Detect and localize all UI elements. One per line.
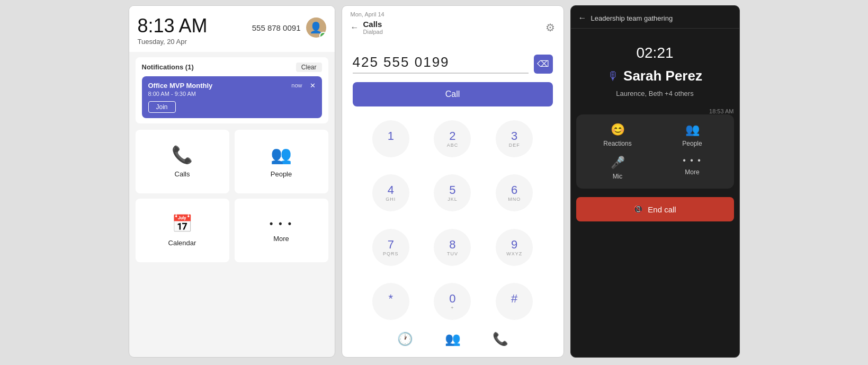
clear-button[interactable]: Clear: [296, 63, 322, 72]
key-num: 2: [449, 130, 455, 143]
s1-phone-number: 555 878 0091: [252, 23, 301, 32]
reactions-label: Reactions: [603, 140, 631, 147]
key-letters: [513, 305, 515, 310]
back-icon[interactable]: ←: [351, 23, 359, 32]
key-letters: [390, 305, 392, 310]
mic-icon: 🎙: [607, 69, 619, 83]
s3-controls: 😊 Reactions 👥 People 🎤 Mic • • • More: [576, 114, 734, 189]
s1-header: 8:13 AM Tuesday, 20 Apr 555 878 0091 👤: [129, 6, 335, 52]
dialpad-key-0[interactable]: 0 +: [434, 283, 471, 320]
s2-topbar: Mon, April 14 ← Calls Dialpad ⚙: [342, 6, 563, 38]
dialpad-key-8[interactable]: 8 TUV: [434, 229, 471, 266]
end-call-button[interactable]: 📵 End call: [576, 197, 734, 221]
reactions-icon: 😊: [611, 123, 625, 137]
s1-notif-name: Office MVP Monthly: [148, 82, 213, 90]
back-icon[interactable]: ←: [578, 13, 587, 23]
grid-item-people[interactable]: 👥 People: [235, 130, 328, 193]
key-letters: +: [451, 305, 454, 310]
s3-header-title: Leadership team gathering: [591, 14, 673, 22]
s3-timestamp: 18:53 AM: [709, 108, 739, 114]
more-dots-icon: • • •: [683, 156, 702, 165]
s2-nav-title: Calls: [363, 20, 383, 29]
s1-notif-header: Notifications (1) Clear: [142, 63, 322, 72]
key-letters: DEF: [509, 143, 520, 148]
more-dots-icon: • • •: [270, 218, 293, 229]
s1-notifications: Notifications (1) Clear Office MVP Month…: [136, 57, 328, 123]
s2-nav: ← Calls Dialpad ⚙: [351, 20, 555, 35]
dialpad-key-7[interactable]: 7 PQRS: [372, 229, 409, 266]
dialpad-key-hash[interactable]: #: [496, 283, 533, 320]
calendar-icon: 📅: [172, 213, 193, 234]
key-num: 9: [511, 238, 517, 251]
recents-icon[interactable]: 🕐: [397, 332, 413, 346]
people-control[interactable]: 👥 People: [659, 123, 726, 147]
key-num: 4: [388, 184, 394, 197]
gear-icon[interactable]: ⚙: [545, 21, 555, 34]
calendar-label: Calendar: [168, 239, 196, 247]
calls-label: Calls: [175, 170, 190, 178]
people-label: People: [682, 140, 702, 147]
close-icon[interactable]: ✕: [310, 82, 316, 90]
s1-time-block: 8:13 AM Tuesday, 20 Apr: [138, 15, 208, 46]
key-letters: PQRS: [383, 251, 399, 256]
grid-item-more[interactable]: • • • More: [235, 199, 328, 262]
s1-notif-time: now: [291, 82, 302, 88]
s3-participants: Laurence, Beth +4 others: [616, 90, 693, 97]
s1-notif-title: Notifications (1): [142, 63, 194, 71]
s3-timer: 02:21: [636, 44, 673, 61]
s2-nav-sub: Dialpad: [363, 29, 383, 35]
contacts-icon[interactable]: 👥: [445, 332, 461, 346]
s2-dialpad: 1 2 ABC 3 DEF 4 GHI 5 JKL 6 MNO: [342, 115, 563, 325]
dialpad-key-6[interactable]: 6 MNO: [496, 174, 533, 211]
people-icon: 👥: [271, 145, 292, 165]
grid-item-calls[interactable]: 📞 Calls: [136, 130, 229, 193]
s3-caller: 🎙 Sarah Perez: [607, 68, 702, 84]
key-num: 8: [449, 238, 455, 251]
call-button[interactable]: Call: [353, 82, 553, 106]
reactions-control[interactable]: 😊 Reactions: [585, 123, 651, 147]
phone-number-input[interactable]: [353, 54, 529, 74]
people-icon: 👥: [685, 123, 700, 137]
s2-bottom-icons: 🕐 👥 📞: [342, 325, 563, 357]
dialpad-key-star[interactable]: *: [372, 283, 409, 320]
s3-caller-name: Sarah Perez: [623, 68, 702, 84]
voicemail-icon[interactable]: 📞: [493, 332, 508, 346]
s1-time: 8:13 AM: [138, 15, 208, 37]
s1-header-right: 555 878 0091 👤: [252, 17, 326, 38]
screen2-dialpad: Mon, April 14 ← Calls Dialpad ⚙ ⌫ Call 1: [342, 5, 564, 358]
end-call-phone-icon: 📵: [633, 204, 643, 214]
avatar-face: 👤: [309, 21, 323, 34]
mic-label: Mic: [613, 173, 623, 180]
dialpad-key-2[interactable]: 2 ABC: [434, 120, 471, 157]
key-num: 3: [511, 130, 517, 143]
more-label: More: [685, 168, 699, 176]
key-letters: [390, 143, 392, 148]
s1-grid: 📞 Calls 👥 People 📅 Calendar • • • More: [136, 130, 328, 262]
dialpad-key-3[interactable]: 3 DEF: [496, 120, 533, 157]
s1-date: Tuesday, 20 Apr: [138, 38, 208, 46]
key-letters: WXYZ: [506, 251, 522, 256]
key-letters: TUV: [447, 251, 458, 256]
key-letters: GHI: [386, 197, 396, 202]
dialpad-key-1[interactable]: 1: [372, 120, 409, 157]
screen3-active-call: ← Leadership team gathering 02:21 🎙 Sara…: [570, 5, 740, 358]
grid-item-calendar[interactable]: 📅 Calendar: [136, 199, 229, 262]
delete-button[interactable]: ⌫: [534, 55, 553, 74]
people-label: People: [271, 170, 292, 178]
screens-container: 8:13 AM Tuesday, 20 Apr 555 878 0091 👤 N…: [0, 0, 868, 365]
key-letters: ABC: [447, 143, 459, 148]
s1-notif-schedule: 8:00 AM - 9:30 AM: [148, 91, 316, 97]
s2-date-label: Mon, April 14: [351, 11, 555, 17]
key-num: 5: [449, 184, 455, 197]
s1-notif-card: Office MVP Monthly now ✕ 8:00 AM - 9:30 …: [142, 76, 322, 118]
dialpad-key-4[interactable]: 4 GHI: [372, 174, 409, 211]
more-control[interactable]: • • • More: [659, 156, 726, 180]
s2-nav-left: ← Calls Dialpad: [351, 20, 383, 35]
dialpad-key-5[interactable]: 5 JKL: [434, 174, 471, 211]
join-button[interactable]: Join: [148, 101, 176, 113]
mic-control[interactable]: 🎤 Mic: [585, 156, 651, 180]
dialpad-key-9[interactable]: 9 WXYZ: [496, 229, 533, 266]
end-call-label: End call: [648, 205, 676, 214]
more-label: More: [273, 235, 289, 243]
key-num: 0: [449, 292, 455, 305]
